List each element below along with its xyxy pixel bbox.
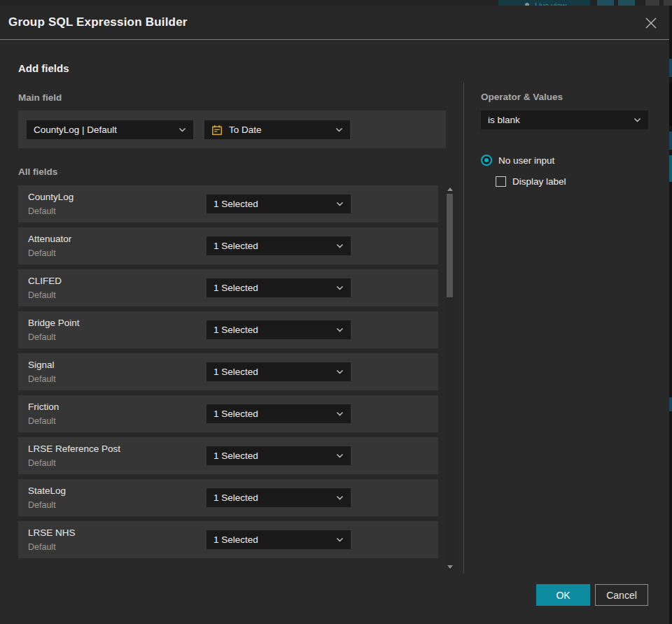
radio-selected-icon (481, 155, 492, 166)
scrollbar-thumb[interactable] (447, 194, 453, 297)
chevron-down-icon (336, 537, 344, 542)
field-selection-select[interactable]: 1 Selected (206, 278, 351, 297)
field-name: Bridge Point (28, 318, 80, 328)
field-row: LRSE NHS Default 1 Selected (18, 521, 438, 558)
main-field-container: CountyLog | Default To Date (18, 111, 446, 148)
chevron-down-icon (336, 285, 344, 290)
field-selection-select[interactable]: 1 Selected (206, 404, 351, 423)
field-selection-value: 1 Selected (214, 492, 330, 503)
field-row: Bridge Point Default 1 Selected (18, 311, 438, 348)
chevron-down-icon (336, 495, 344, 500)
screen: Live view Group SQL Expression Builder A… (0, 0, 672, 624)
field-selection-value: 1 Selected (214, 451, 330, 461)
main-field-source-select[interactable]: CountyLog | Default (27, 120, 193, 139)
chevron-down-icon (178, 127, 186, 132)
field-row: Attenuator Default 1 Selected (18, 227, 438, 264)
field-selection-select[interactable]: 1 Selected (206, 320, 351, 339)
field-name: LRSE Reference Post (28, 444, 120, 454)
field-name: StateLog (28, 485, 66, 496)
background-panel-sliver (669, 132, 672, 150)
dialog-title-bar: Group SQL Expression Builder (0, 6, 669, 40)
cancel-button[interactable]: Cancel (595, 584, 648, 606)
field-name: LRSE NHS (28, 527, 76, 538)
scrollbar[interactable] (446, 185, 454, 571)
field-selection-value: 1 Selected (214, 325, 330, 335)
field-name: CountyLog (28, 192, 74, 202)
field-row: CountyLog Default 1 Selected (18, 185, 438, 222)
background-toolbar-segment (645, 0, 659, 6)
background-toolbar-segment (618, 0, 635, 6)
field-name: Friction (28, 402, 59, 412)
field-selection-select[interactable]: 1 Selected (206, 488, 351, 507)
background-toolbar-segment (597, 0, 614, 6)
section-divider (463, 83, 464, 574)
field-subtitle: Default (28, 458, 56, 468)
checkbox-unchecked-icon (496, 176, 506, 187)
field-subtitle: Default (28, 290, 56, 300)
group-sql-expression-builder-dialog: Group SQL Expression Builder Add fields … (0, 6, 669, 624)
field-name: Signal (28, 360, 55, 370)
chevron-down-icon (336, 411, 344, 416)
field-selection-value: 1 Selected (214, 283, 330, 293)
chevron-down-icon (336, 369, 344, 374)
background-panel-sliver (669, 155, 672, 182)
field-selection-select[interactable]: 1 Selected (206, 236, 351, 255)
no-user-input-radio[interactable]: No user input (481, 155, 554, 166)
field-selection-select[interactable]: 1 Selected (206, 194, 351, 213)
field-subtitle: Default (28, 206, 56, 216)
all-fields-list: CountyLog Default 1 Selected Attenuator … (18, 185, 438, 563)
field-row: Friction Default 1 Selected (18, 395, 438, 432)
field-name: Attenuator (28, 234, 71, 244)
field-selection-value: 1 Selected (214, 199, 330, 209)
field-row: CLIFED Default 1 Selected (18, 269, 438, 306)
field-subtitle: Default (28, 500, 56, 510)
live-view-badge: Live view (498, 0, 590, 6)
background-right-edge (669, 6, 672, 624)
chevron-down-icon (336, 243, 344, 248)
all-fields-label: All fields (18, 166, 57, 177)
main-field-source-value: CountyLog | Default (34, 125, 173, 135)
field-selection-value: 1 Selected (214, 241, 330, 251)
field-selection-value: 1 Selected (214, 367, 330, 377)
field-selection-select[interactable]: 1 Selected (206, 362, 351, 381)
field-selection-select[interactable]: 1 Selected (206, 446, 351, 465)
field-row: Signal Default 1 Selected (18, 353, 438, 390)
background-panel-sliver (669, 59, 672, 77)
display-label-checkbox[interactable]: Display label (496, 176, 566, 187)
field-name: CLIFED (28, 276, 62, 286)
calendar-icon (211, 125, 223, 136)
chevron-down-icon (634, 118, 641, 122)
field-subtitle: Default (28, 332, 56, 342)
chevron-down-icon (336, 327, 344, 332)
operator-values-heading: Operator & Values (481, 92, 563, 102)
background-toolbar-segment (664, 0, 672, 6)
operator-value: is blank (488, 115, 628, 125)
background-panel-sliver (669, 83, 672, 126)
field-selection-value: 1 Selected (214, 409, 330, 419)
field-selection-select[interactable]: 1 Selected (206, 530, 351, 549)
add-fields-heading: Add fields (18, 62, 69, 74)
chevron-down-icon (336, 201, 344, 206)
chevron-down-icon (335, 127, 343, 132)
background-toolbar-strip: Live view (0, 0, 672, 6)
chevron-down-icon (336, 453, 344, 458)
no-user-input-label[interactable]: No user input (498, 155, 554, 166)
field-row: LRSE Reference Post Default 1 Selected (18, 437, 438, 474)
main-field-date-value: To Date (229, 125, 330, 135)
main-field-label: Main field (18, 92, 62, 103)
dialog-title: Group SQL Expression Builder (8, 15, 188, 29)
field-subtitle: Default (28, 542, 56, 552)
main-field-date-select[interactable]: To Date (204, 120, 350, 139)
field-selection-value: 1 Selected (214, 534, 330, 545)
background-panel-sliver (669, 397, 672, 411)
field-row: StateLog Default 1 Selected (18, 479, 438, 516)
ok-button[interactable]: OK (536, 584, 590, 606)
scroll-up-button[interactable] (447, 187, 453, 191)
field-subtitle: Default (28, 416, 56, 426)
field-subtitle: Default (28, 248, 56, 258)
field-subtitle: Default (28, 374, 56, 384)
scroll-down-button[interactable] (447, 565, 453, 569)
operator-select[interactable]: is blank (481, 111, 648, 129)
close-button[interactable] (642, 14, 660, 32)
display-label-text[interactable]: Display label (512, 176, 566, 187)
